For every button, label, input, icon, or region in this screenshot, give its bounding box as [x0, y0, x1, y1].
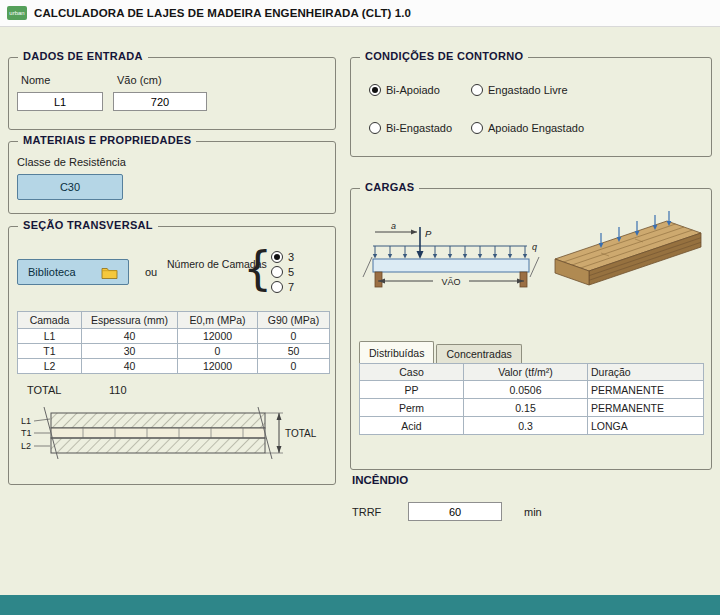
titlebar: urban CALCULADORA DE LAJES DE MADEIRA EN…: [0, 0, 720, 27]
radio-label: Engastado Livre: [488, 84, 568, 96]
radio-icon: [369, 84, 381, 96]
table-row[interactable]: Acid 0.3 LONGA: [360, 417, 704, 435]
cell[interactable]: Perm: [360, 399, 464, 417]
radio-label: 5: [288, 266, 294, 278]
biblioteca-button[interactable]: Biblioteca: [17, 259, 129, 285]
q-load-label: q: [532, 242, 537, 252]
cell[interactable]: T1: [18, 344, 82, 359]
radio-camadas-3[interactable]: 3: [271, 251, 294, 263]
groupbox-legend: CARGAS: [360, 181, 419, 193]
groupbox-condicoes-contorno: CONDIÇÕES DE CONTORNO Bi-Apoiado Engasta…: [350, 57, 712, 157]
cell[interactable]: 12000: [178, 329, 258, 344]
beam-load-diagram: q a P VÃO: [359, 221, 545, 317]
groupbox-legend: SEÇÃO TRANSVERSAL: [18, 219, 158, 231]
radio-camadas-7[interactable]: 7: [271, 281, 294, 293]
tab-concentradas[interactable]: Concentradas: [436, 344, 521, 363]
classe-resistencia-label: Classe de Resistência: [17, 156, 126, 168]
col-header: Camada: [18, 312, 82, 329]
cell[interactable]: 12000: [178, 359, 258, 374]
radio-label: Apoiado Engastado: [488, 122, 584, 134]
groupbox-legend: CONDIÇÕES DE CONTORNO: [360, 50, 528, 62]
cargas-table[interactable]: Caso Valor (tf/m²) Duração PP 0.0506 PER…: [359, 363, 704, 435]
trrf-label: TRRF: [352, 506, 381, 518]
table-row[interactable]: Perm 0.15 PERMANENTE: [360, 399, 704, 417]
groupbox-legend: DADOS DE ENTRADA: [18, 50, 148, 62]
radio-icon: [471, 122, 483, 134]
cell[interactable]: 0.3: [464, 417, 588, 435]
cell[interactable]: 30: [82, 344, 178, 359]
col-header: Duração: [588, 364, 704, 381]
vao-label: Vão (cm): [117, 74, 162, 86]
radio-bi-apoiado[interactable]: Bi-Apoiado: [369, 84, 440, 96]
groupbox-materiais: MATERIAIS E PROPRIEDADES Classe de Resis…: [8, 141, 336, 214]
radio-label: 7: [288, 281, 294, 293]
col-header: E0,m (MPa): [178, 312, 258, 329]
table-header-row: Caso Valor (tf/m²) Duração: [360, 364, 704, 381]
total-label: TOTAL: [27, 384, 61, 396]
table-header-row: Camada Espessura (mm) E0,m (MPa) G90 (MP…: [18, 312, 330, 329]
bottom-taskbar: [0, 595, 720, 615]
layer-label-l1: L1: [21, 416, 31, 426]
biblioteca-button-label: Biblioteca: [28, 266, 76, 278]
col-header: Valor (tf/m²): [464, 364, 588, 381]
cell[interactable]: LONGA: [588, 417, 704, 435]
radio-camadas-5[interactable]: 5: [271, 266, 294, 278]
tab-distribuidas[interactable]: Distribuídas: [359, 341, 434, 363]
camadas-brace: {: [243, 243, 272, 293]
cell[interactable]: 0.0506: [464, 381, 588, 399]
nome-input[interactable]: [17, 92, 103, 111]
app-window: urban CALCULADORA DE LAJES DE MADEIRA EN…: [0, 0, 720, 615]
radio-label: Bi-Engastado: [386, 122, 452, 134]
cross-section-diagram: L1 T1 L2 TOTAL: [17, 403, 327, 481]
vao-input[interactable]: [113, 92, 207, 111]
radio-bi-engastado[interactable]: Bi-Engastado: [369, 122, 452, 134]
min-label: min: [524, 506, 542, 518]
cell[interactable]: PP: [360, 381, 464, 399]
radio-icon: [369, 122, 381, 134]
radio-label: 3: [288, 251, 294, 263]
cell[interactable]: 0.15: [464, 399, 588, 417]
table-row[interactable]: PP 0.0506 PERMANENTE: [360, 381, 704, 399]
numero-camadas-label: Número de Camadas: [167, 258, 241, 272]
total-value: 110: [109, 384, 127, 396]
table-row[interactable]: L2 40 12000 0: [18, 359, 330, 374]
radio-engastado-livre[interactable]: Engastado Livre: [471, 84, 568, 96]
cell[interactable]: PERMANENTE: [588, 381, 704, 399]
folder-icon: [101, 266, 118, 279]
p-load-label: P: [425, 228, 432, 239]
radio-apoiado-engastado[interactable]: Apoiado Engastado: [471, 122, 584, 134]
app-title: CALCULADORA DE LAJES DE MADEIRA ENGENHEI…: [34, 7, 411, 19]
cell[interactable]: L1: [18, 329, 82, 344]
clt-panel-3d: [549, 203, 709, 307]
layer-label-l2: L2: [21, 441, 31, 451]
groupbox-dados-entrada: DADOS DE ENTRADA Nome Vão (cm): [8, 57, 336, 130]
col-header: Espessura (mm): [82, 312, 178, 329]
camadas-table[interactable]: Camada Espessura (mm) E0,m (MPa) G90 (MP…: [17, 311, 330, 374]
radio-icon: [271, 251, 283, 263]
cell[interactable]: 50: [258, 344, 330, 359]
table-row[interactable]: L1 40 12000 0: [18, 329, 330, 344]
cell[interactable]: 0: [258, 359, 330, 374]
vao-dimension-label: VÃO: [441, 277, 460, 287]
cell[interactable]: 0: [258, 329, 330, 344]
a-dimension-label: a: [391, 221, 396, 231]
groupbox-legend: MATERIAIS E PROPRIEDADES: [18, 134, 196, 146]
cell[interactable]: L2: [18, 359, 82, 374]
cell[interactable]: 40: [82, 359, 178, 374]
nome-label: Nome: [21, 74, 50, 86]
cargas-tabstrip: Distribuídas Concentradas: [359, 341, 524, 363]
radio-icon: [271, 281, 283, 293]
col-header: G90 (MPa): [258, 312, 330, 329]
table-row[interactable]: T1 30 0 50: [18, 344, 330, 359]
cell[interactable]: 0: [178, 344, 258, 359]
radio-icon: [471, 84, 483, 96]
groupbox-cargas: CARGAS q a P: [350, 188, 712, 470]
radio-icon: [271, 266, 283, 278]
col-header: Caso: [360, 364, 464, 381]
cell[interactable]: Acid: [360, 417, 464, 435]
app-logo-icon: urban: [7, 6, 27, 20]
classe-resistencia-button[interactable]: C30: [17, 174, 123, 200]
cell[interactable]: 40: [82, 329, 178, 344]
cell[interactable]: PERMANENTE: [588, 399, 704, 417]
trrf-input[interactable]: [408, 502, 502, 521]
